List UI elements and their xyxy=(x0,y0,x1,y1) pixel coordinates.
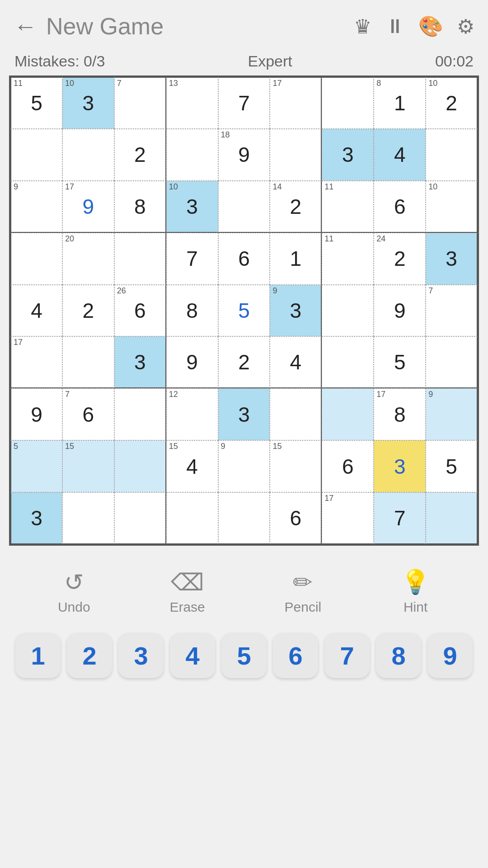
back-button[interactable]: ← xyxy=(14,14,37,38)
cell-r7-c6[interactable] xyxy=(270,388,322,440)
cell-r5-c2[interactable]: 2 xyxy=(62,285,114,337)
numpad-btn-6[interactable]: 6 xyxy=(273,633,318,678)
cell-r1-c5[interactable]: 7 xyxy=(218,77,270,129)
cell-r4-c2[interactable]: 20 xyxy=(62,233,114,285)
cell-r5-c8[interactable]: 9 xyxy=(374,285,426,337)
cell-r5-c9[interactable]: 7 xyxy=(426,285,478,337)
cell-r5-c1[interactable]: 4 xyxy=(10,285,62,337)
cell-r2-c3[interactable]: 2 xyxy=(114,129,166,181)
cell-r8-c1[interactable]: 5 xyxy=(10,440,62,492)
cell-r3-c7[interactable]: 11 xyxy=(322,181,374,233)
cell-r7-c9[interactable]: 9 xyxy=(426,388,478,440)
cell-r3-c6[interactable]: 142 xyxy=(270,181,322,233)
numpad-btn-4[interactable]: 4 xyxy=(170,633,215,678)
cell-r2-c9[interactable] xyxy=(426,129,478,181)
cell-r6-c3[interactable]: 3 xyxy=(114,336,166,388)
cell-r1-c6[interactable]: 17 xyxy=(270,77,322,129)
cell-r7-c1[interactable]: 9 xyxy=(10,388,62,440)
cell-r4-c8[interactable]: 242 xyxy=(374,233,426,285)
cell-r4-c9[interactable]: 3 xyxy=(426,233,478,285)
cell-r9-c6[interactable]: 6 xyxy=(270,492,322,544)
cell-r8-c2[interactable]: 15 xyxy=(62,440,114,492)
cell-r3-c4[interactable]: 103 xyxy=(166,181,218,233)
cell-r8-c7[interactable]: 6 xyxy=(322,440,374,492)
cell-r5-c7[interactable] xyxy=(322,285,374,337)
cell-r9-c5[interactable] xyxy=(218,492,270,544)
numpad-btn-8[interactable]: 8 xyxy=(376,633,421,678)
cell-r5-c3[interactable]: 266 xyxy=(114,285,166,337)
cell-r1-c7[interactable] xyxy=(322,77,374,129)
cell-r2-c7[interactable]: 3 xyxy=(322,129,374,181)
undo-button[interactable]: ↺ Undo xyxy=(58,569,90,615)
numpad-btn-3[interactable]: 3 xyxy=(118,633,164,678)
cell-r6-c5[interactable]: 2 xyxy=(218,336,270,388)
cell-r4-c3[interactable] xyxy=(114,233,166,285)
cell-r9-c2[interactable] xyxy=(62,492,114,544)
numpad-btn-1[interactable]: 1 xyxy=(15,633,61,678)
cell-r9-c8[interactable]: 7 xyxy=(374,492,426,544)
cell-r8-c5[interactable]: 9 xyxy=(218,440,270,492)
cell-r6-c2[interactable] xyxy=(62,336,114,388)
cell-r1-c1[interactable]: 115 xyxy=(10,77,62,129)
cell-r3-c2[interactable]: 179 xyxy=(62,181,114,233)
hint-button[interactable]: 💡 Hint xyxy=(401,568,430,615)
cell-r9-c7[interactable]: 17 xyxy=(322,492,374,544)
cell-r6-c7[interactable] xyxy=(322,336,374,388)
numpad-btn-9[interactable]: 9 xyxy=(427,633,473,678)
cell-r7-c7[interactable] xyxy=(322,388,374,440)
cell-r3-c9[interactable]: 10 xyxy=(426,181,478,233)
cell-r3-c1[interactable]: 9 xyxy=(10,181,62,233)
settings-icon[interactable]: ⚙ xyxy=(457,15,474,38)
cell-r4-c4[interactable]: 7 xyxy=(166,233,218,285)
cell-r2-c1[interactable] xyxy=(10,129,62,181)
cell-r1-c4[interactable]: 13 xyxy=(166,77,218,129)
numpad-btn-7[interactable]: 7 xyxy=(324,633,370,678)
cell-r8-c6[interactable]: 15 xyxy=(270,440,322,492)
cell-r9-c9[interactable] xyxy=(426,492,478,544)
cell-r4-c5[interactable]: 6 xyxy=(218,233,270,285)
cell-r7-c4[interactable]: 12 xyxy=(166,388,218,440)
cell-r5-c4[interactable]: 8 xyxy=(166,285,218,337)
cell-r7-c8[interactable]: 178 xyxy=(374,388,426,440)
palette-icon[interactable]: 🎨 xyxy=(418,14,443,38)
cell-r5-c5[interactable]: 5 xyxy=(218,285,270,337)
cell-r7-c2[interactable]: 76 xyxy=(62,388,114,440)
cell-r1-c3[interactable]: 7 xyxy=(114,77,166,129)
cell-r2-c4[interactable] xyxy=(166,129,218,181)
cell-r7-c3[interactable] xyxy=(114,388,166,440)
crown-icon[interactable]: ♛ xyxy=(354,15,371,38)
cell-r9-c3[interactable] xyxy=(114,492,166,544)
cell-r2-c6[interactable] xyxy=(270,129,322,181)
cell-r3-c5[interactable] xyxy=(218,181,270,233)
cell-r1-c8[interactable]: 81 xyxy=(374,77,426,129)
cell-r4-c6[interactable]: 1 xyxy=(270,233,322,285)
numpad-btn-2[interactable]: 2 xyxy=(67,633,112,678)
cell-r8-c3[interactable] xyxy=(114,440,166,492)
pause-icon[interactable]: ⏸ xyxy=(385,15,405,38)
cell-r7-c5[interactable]: 3 xyxy=(218,388,270,440)
cell-r3-c3[interactable]: 8 xyxy=(114,181,166,233)
cell-r8-c4[interactable]: 154 xyxy=(166,440,218,492)
cell-r9-c4[interactable] xyxy=(166,492,218,544)
cell-r9-c1[interactable]: 3 xyxy=(10,492,62,544)
cell-r4-c1[interactable] xyxy=(10,233,62,285)
cell-r6-c1[interactable]: 17 xyxy=(10,336,62,388)
numpad-btn-5[interactable]: 5 xyxy=(221,633,267,678)
cell-r1-c2[interactable]: 103 xyxy=(62,77,114,129)
cell-r6-c9[interactable] xyxy=(426,336,478,388)
sudoku-grid[interactable]: 1151037137178110221893491798103142116102… xyxy=(9,75,479,546)
pencil-button[interactable]: ✏ Pencil xyxy=(285,569,322,615)
cell-r2-c5[interactable]: 189 xyxy=(218,129,270,181)
cell-r1-c9[interactable]: 102 xyxy=(426,77,478,129)
cell-r6-c8[interactable]: 5 xyxy=(374,336,426,388)
cell-r8-c9[interactable]: 5 xyxy=(426,440,478,492)
cell-r6-c4[interactable]: 9 xyxy=(166,336,218,388)
cell-r3-c8[interactable]: 6 xyxy=(374,181,426,233)
cell-r2-c8[interactable]: 4 xyxy=(374,129,426,181)
cell-r2-c2[interactable] xyxy=(62,129,114,181)
cell-r4-c7[interactable]: 11 xyxy=(322,233,374,285)
cell-r5-c6[interactable]: 93 xyxy=(270,285,322,337)
cell-r6-c6[interactable]: 4 xyxy=(270,336,322,388)
erase-button[interactable]: ⌫ Erase xyxy=(169,569,205,615)
cell-r8-c8[interactable]: 3 xyxy=(374,440,426,492)
